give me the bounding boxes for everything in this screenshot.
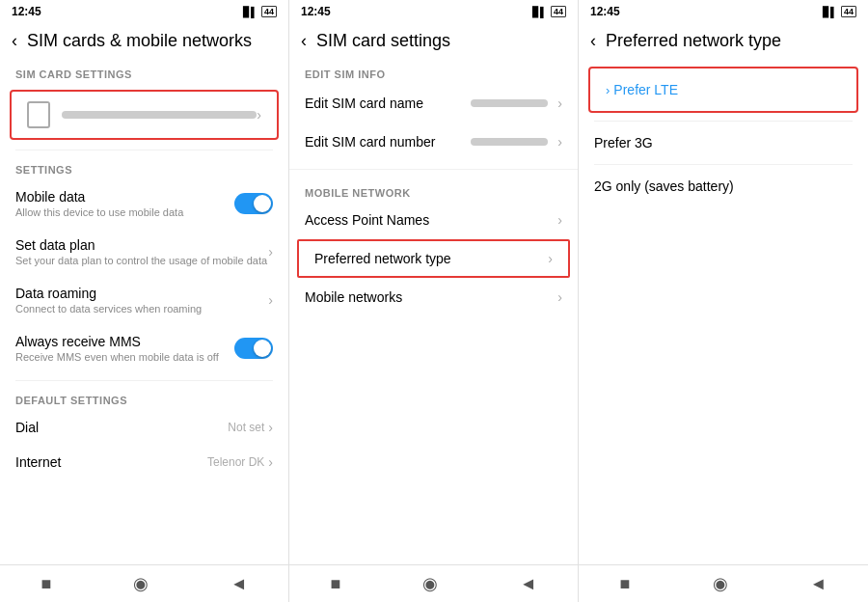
internet-item[interactable]: Internet Telenor DK › <box>0 445 288 479</box>
access-point-names-item[interactable]: Access Point Names › <box>289 203 578 237</box>
dial-value: Not set <box>228 421 264 434</box>
set-data-plan-item[interactable]: Set data plan Set your data plan to cont… <box>0 228 288 276</box>
prefer-lte-label: Prefer LTE <box>613 82 678 97</box>
bottom-nav-2: ■ ◉ ◄ <box>289 564 578 602</box>
status-icons-1: ▊▌ 44 <box>243 6 277 17</box>
mobile-data-title: Mobile data <box>15 189 234 205</box>
sim-icon <box>27 101 50 128</box>
prefer-lte-highlighted-box: › Prefer LTE <box>588 67 858 113</box>
internet-chevron: › <box>268 454 273 470</box>
preferred-network-title: Preferred network type <box>314 251 451 266</box>
set-data-plan-chevron: › <box>268 244 273 260</box>
edit-sim-name-label: Edit SIM card name <box>305 96 423 111</box>
nav-square-2[interactable]: ■ <box>330 574 340 594</box>
nav-back-2[interactable]: ◄ <box>520 574 537 594</box>
always-mms-toggle[interactable] <box>234 338 273 359</box>
prefer-lte-chevron-icon: › <box>606 83 610 97</box>
edit-sim-name-chevron: › <box>557 96 562 111</box>
divider-1 <box>15 150 273 150</box>
data-roaming-subtitle: Connect to data services when roaming <box>15 303 268 315</box>
set-data-plan-title: Set data plan <box>15 237 268 253</box>
edit-sim-number-chevron: › <box>557 134 562 150</box>
set-data-plan-left: Set data plan Set your data plan to cont… <box>15 237 268 266</box>
mobile-networks-chevron: › <box>557 289 562 305</box>
prefer-3g-label: Prefer 3G <box>594 135 653 150</box>
access-point-names-title: Access Point Names <box>305 212 429 228</box>
prefer-3g-option[interactable]: Prefer 3G <box>579 122 868 164</box>
sim-name-text <box>62 111 257 119</box>
back-button-3[interactable]: ‹ <box>590 31 596 51</box>
nav-back-1[interactable]: ◄ <box>231 574 248 594</box>
edit-sim-info-label: EDIT SIM INFO <box>289 59 578 84</box>
edit-sim-number-item[interactable]: Edit SIM card number › <box>289 123 578 161</box>
divider-2 <box>15 380 273 381</box>
internet-title: Internet <box>15 454 207 470</box>
page-title-1: SIM cards & mobile networks <box>27 31 252 51</box>
data-roaming-left: Data roaming Connect to data services wh… <box>15 286 268 315</box>
panel-sim-settings: 12:45 ▊▌ 44 ‹ SIM card settings EDIT SIM… <box>289 0 579 602</box>
sim-chevron: › <box>257 107 261 123</box>
edit-sim-name-item[interactable]: Edit SIM card name › <box>289 84 578 123</box>
time-2: 12:45 <box>301 5 331 18</box>
status-icons-2: ▊▌ 44 <box>532 6 566 17</box>
prefer-2g-option[interactable]: 2G only (saves battery) <box>579 165 868 207</box>
access-point-names-chevron: › <box>557 212 562 228</box>
mobile-networks-title: Mobile networks <box>305 289 402 305</box>
data-roaming-chevron: › <box>268 292 273 308</box>
always-mms-subtitle: Receive MMS even when mobile data is off <box>15 351 234 363</box>
sim-card-settings-label: SIM CARD SETTINGS <box>0 59 288 84</box>
divider-p2 <box>289 169 578 170</box>
nav-square-3[interactable]: ■ <box>620 574 631 594</box>
mobile-data-toggle[interactable] <box>234 193 273 214</box>
prefer-lte-row: › Prefer LTE <box>606 82 841 97</box>
edit-sim-number-right: › <box>471 134 562 150</box>
nav-back-3[interactable]: ◄ <box>810 574 827 594</box>
preferred-network-highlighted-box: Preferred network type › <box>297 239 570 278</box>
battery-icon-2: 44 <box>551 6 566 17</box>
mobile-data-left: Mobile data Allow this device to use mob… <box>15 189 234 218</box>
panel-sim-cards: 12:45 ▊▌ 44 ‹ SIM cards & mobile network… <box>0 0 289 602</box>
nav-circle-1[interactable]: ◉ <box>133 573 149 594</box>
settings-label: SETTINGS <box>0 154 288 179</box>
mobile-data-subtitle: Allow this device to use mobile data <box>15 206 234 218</box>
battery-icon-1: 44 <box>261 6 277 17</box>
back-button-1[interactable]: ‹ <box>12 31 17 51</box>
signal-icon-3: ▊▌ <box>823 7 837 17</box>
always-mms-title: Always receive MMS <box>15 334 234 349</box>
data-roaming-item[interactable]: Data roaming Connect to data services wh… <box>0 276 288 324</box>
mobile-data-item[interactable]: Mobile data Allow this device to use mob… <box>0 179 288 228</box>
internet-value: Telenor DK <box>207 455 264 469</box>
signal-icon-2: ▊▌ <box>532 7 547 17</box>
dial-item[interactable]: Dial Not set › <box>0 410 288 445</box>
nav-circle-3[interactable]: ◉ <box>713 573 728 594</box>
prefer-2g-label: 2G only (saves battery) <box>594 178 734 194</box>
back-button-2[interactable]: ‹ <box>301 31 307 51</box>
nav-circle-2[interactable]: ◉ <box>422 573 438 594</box>
panel-preferred-network: 12:45 ▊▌ 44 ‹ Preferred network type › P… <box>579 0 868 602</box>
edit-sim-name-right: › <box>471 96 562 111</box>
bottom-nav-1: ■ ◉ ◄ <box>0 564 288 602</box>
always-mms-item[interactable]: Always receive MMS Receive MMS even when… <box>0 324 288 372</box>
status-icons-3: ▊▌ 44 <box>823 6 856 17</box>
status-bar-3: 12:45 ▊▌ 44 <box>579 0 868 23</box>
signal-icon-1: ▊▌ <box>243 7 258 17</box>
edit-sim-number-value <box>471 138 548 146</box>
header-1: ‹ SIM cards & mobile networks <box>0 23 288 59</box>
prefer-lte-option[interactable]: › Prefer LTE <box>590 68 856 111</box>
preferred-network-item[interactable]: Preferred network type › <box>299 241 568 276</box>
data-roaming-title: Data roaming <box>15 286 268 301</box>
preferred-network-chevron: › <box>548 251 553 266</box>
page-title-2: SIM card settings <box>316 31 450 51</box>
sim-card-item[interactable]: › <box>10 90 279 140</box>
time-3: 12:45 <box>590 5 620 18</box>
mobile-networks-item[interactable]: Mobile networks › <box>289 280 578 315</box>
dial-title: Dial <box>15 420 228 435</box>
header-3: ‹ Preferred network type <box>579 23 868 59</box>
battery-icon-3: 44 <box>841 6 856 17</box>
time-1: 12:45 <box>12 5 41 18</box>
status-bar-1: 12:45 ▊▌ 44 <box>0 0 288 23</box>
status-bar-2: 12:45 ▊▌ 44 <box>289 0 578 23</box>
header-2: ‹ SIM card settings <box>289 23 578 59</box>
mobile-network-label: MOBILE NETWORK <box>289 178 578 203</box>
nav-square-1[interactable]: ■ <box>41 574 51 594</box>
